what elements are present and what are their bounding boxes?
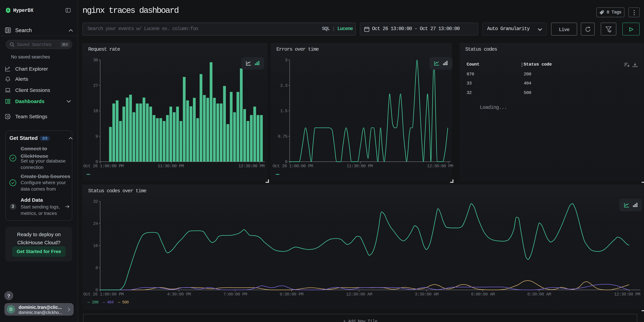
svg-text:12:30:00 PM: 12:30:00 PM xyxy=(238,164,264,168)
svg-text:11:30:00 PM: 11:30:00 PM xyxy=(158,164,184,168)
svg-text:12:30:00 PM: 12:30:00 PM xyxy=(427,164,453,168)
svg-text:27: 27 xyxy=(93,83,98,88)
svg-text:0.75: 0.75 xyxy=(278,134,287,139)
svg-text:12:30:00 PM: 12:30:00 PM xyxy=(614,292,640,297)
svg-text:3: 3 xyxy=(285,58,287,63)
svg-text:16: 16 xyxy=(93,243,98,248)
svg-text:7:00:00 PM: 7:00:00 PM xyxy=(223,292,247,297)
svg-text:24: 24 xyxy=(93,221,98,226)
svg-text:1.5: 1.5 xyxy=(280,108,287,114)
svg-text:12:30:00 AM: 12:30:00 AM xyxy=(346,292,372,297)
svg-text:8: 8 xyxy=(96,266,98,270)
svg-text:4:30:00 PM: 4:30:00 PM xyxy=(167,292,191,297)
svg-text:9: 9 xyxy=(96,134,98,139)
svg-text:2.3: 2.3 xyxy=(280,83,287,88)
svg-text:36: 36 xyxy=(93,58,98,63)
svg-text:8:30:00 AM: 8:30:00 AM xyxy=(527,292,551,297)
svg-text:6:00:00 AM: 6:00:00 AM xyxy=(471,292,495,297)
svg-text:11:30:00 PM: 11:30:00 PM xyxy=(346,164,372,168)
svg-text:32: 32 xyxy=(93,199,98,204)
svg-text:Oct 26 1:00:00 PM: Oct 26 1:00:00 PM xyxy=(272,164,313,168)
svg-text:9:30:00 PM: 9:30:00 PM xyxy=(280,292,303,297)
svg-text:18: 18 xyxy=(93,108,98,114)
svg-text:3:30:00 AM: 3:30:00 AM xyxy=(415,292,438,297)
svg-text:Oct 26 1:00:00 PM: Oct 26 1:00:00 PM xyxy=(83,164,124,168)
svg-text:Oct 26 1:00:00 PM: Oct 26 1:00:00 PM xyxy=(83,292,124,297)
